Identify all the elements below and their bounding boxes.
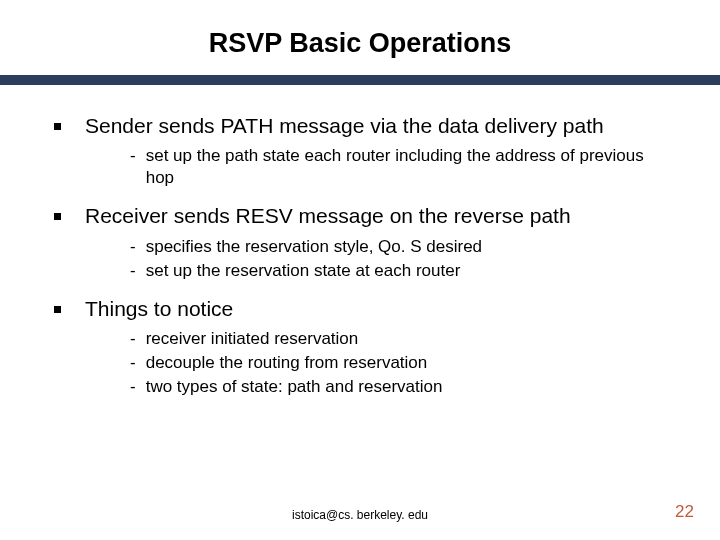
slide-title: RSVP Basic Operations <box>0 0 720 75</box>
sub-list-item-text: decouple the routing from reservation <box>146 352 428 374</box>
list-item-text: Things to notice <box>85 296 233 322</box>
dash-bullet-icon: - <box>130 376 136 398</box>
square-bullet-icon <box>54 213 61 220</box>
sub-list-item: - set up the path state each router incl… <box>130 145 670 189</box>
sub-list-item: - set up the reservation state at each r… <box>130 260 670 282</box>
sub-list-item-text: set up the reservation state at each rou… <box>146 260 461 282</box>
sub-list-item-text: receiver initiated reservation <box>146 328 359 350</box>
square-bullet-icon <box>54 123 61 130</box>
list-item: Sender sends PATH message via the data d… <box>50 113 670 139</box>
dash-bullet-icon: - <box>130 328 136 350</box>
dash-bullet-icon: - <box>130 145 136 167</box>
sub-list-item: - receiver initiated reservation <box>130 328 670 350</box>
sub-list-item: - specifies the reservation style, Qo. S… <box>130 236 670 258</box>
sub-list: - set up the path state each router incl… <box>50 145 670 189</box>
footer-email: istoica@cs. berkeley. edu <box>0 508 720 522</box>
title-divider <box>0 75 720 85</box>
dash-bullet-icon: - <box>130 260 136 282</box>
page-number: 22 <box>675 502 694 522</box>
dash-bullet-icon: - <box>130 352 136 374</box>
sub-list-item: - two types of state: path and reservati… <box>130 376 670 398</box>
square-bullet-icon <box>54 306 61 313</box>
list-item-text: Sender sends PATH message via the data d… <box>85 113 604 139</box>
list-item-text: Receiver sends RESV message on the rever… <box>85 203 571 229</box>
list-item: Things to notice <box>50 296 670 322</box>
sub-list: - specifies the reservation style, Qo. S… <box>50 236 670 282</box>
sub-list: - receiver initiated reservation - decou… <box>50 328 670 398</box>
sub-list-item-text: specifies the reservation style, Qo. S d… <box>146 236 482 258</box>
dash-bullet-icon: - <box>130 236 136 258</box>
slide-content: Sender sends PATH message via the data d… <box>0 85 720 398</box>
sub-list-item: - decouple the routing from reservation <box>130 352 670 374</box>
sub-list-item-text: set up the path state each router includ… <box>146 145 670 189</box>
slide-footer: istoica@cs. berkeley. edu 22 <box>0 508 720 522</box>
list-item: Receiver sends RESV message on the rever… <box>50 203 670 229</box>
sub-list-item-text: two types of state: path and reservation <box>146 376 443 398</box>
